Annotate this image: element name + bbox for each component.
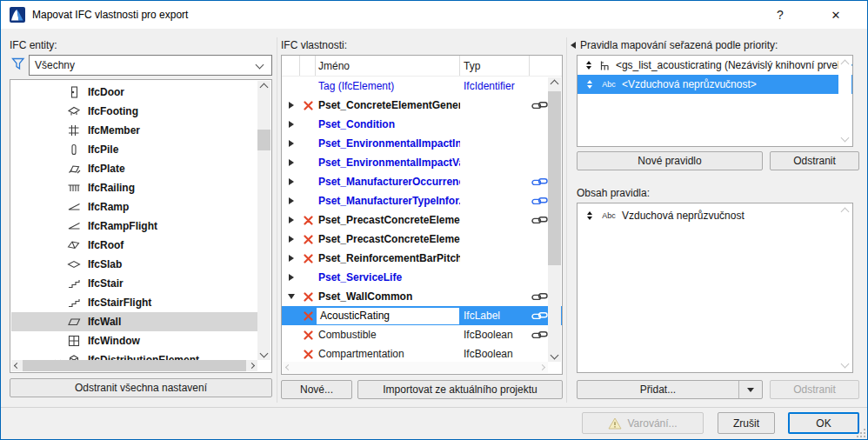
rule-content-item[interactable]: Abc Vzduchová neprůzvučnost [578,206,852,225]
title-bar: Mapovat IFC vlastnosti pro export ? ✕ [1,1,867,29]
expand-right-icon[interactable] [282,140,300,147]
tree-item[interactable]: IfcStairFlight [11,293,259,312]
table-row[interactable]: Pset_ConcreteElementGeneral [282,96,562,115]
scroll-left-icon [283,362,294,373]
table-row[interactable]: Pset_PrecastConcreteElement... [282,230,562,249]
expand-right-icon[interactable] [282,217,300,223]
expand-right-icon[interactable] [282,274,300,281]
help-button[interactable]: ? [761,1,799,29]
tree-item[interactable]: IfcPile [11,140,259,159]
tree-item[interactable]: IfcRamp [11,197,259,217]
tree-item[interactable]: IfcPlate [11,159,259,178]
rule-item[interactable]: <gs_list_acousticrating (Nezávislý kniho… [578,56,852,75]
collapse-down-icon[interactable] [282,294,300,299]
delete-x-icon [300,101,316,110]
table-row[interactable]: Pset_WallCommon [282,287,562,306]
content-scrollbar [838,204,851,371]
resize-grip[interactable] [857,429,865,437]
add-dropdown-icon[interactable] [739,388,762,392]
entity-filter-select[interactable]: Všechny [29,55,272,76]
table-row[interactable]: Pset_Condition [282,115,562,134]
reorder-icon[interactable] [584,211,596,220]
properties-table: Jméno Typ Tag (IfcElement) IfcIdentifier… [281,55,563,375]
chain-link-icon [530,330,549,340]
ifc-entity-label: IFC entity: [10,39,57,51]
chain-link-icon [530,216,549,225]
tree-item[interactable]: IfcWindow [11,331,259,350]
table-row[interactable]: Pset_ManufacturerOccurrence [282,172,562,191]
entity-tree: IfcDoor IfcFooting IfcMember IfcPile Ifc… [10,79,272,373]
scroll-down-icon[interactable] [548,349,561,362]
table-row[interactable]: Tag (IfcElement) IfcIdentifier [282,77,562,96]
rule-content-list: Abc Vzduchová neprůzvučnost [577,203,853,373]
table-row[interactable]: Pset_ServiceLife [282,268,562,287]
tree-item[interactable]: IfcRampFlight [11,217,259,236]
expand-right-icon[interactable] [282,159,300,166]
footing-icon [65,105,83,117]
expand-right-icon[interactable] [282,236,300,243]
scroll-down-icon[interactable] [257,347,270,360]
tree-hscroll-thumb[interactable] [23,360,246,371]
delete-x-icon [300,216,316,225]
scroll-right-icon [537,362,548,373]
table-row[interactable]: Pset_EnvironmentalImpactIn... [282,134,562,153]
column-header-type[interactable]: Typ [460,56,530,76]
filter-icon[interactable] [11,57,25,70]
properties-vertical-scrollbar[interactable] [548,77,561,362]
ramp-flight-icon [65,220,83,232]
tree-item[interactable]: IfcMember [11,121,259,140]
table-row-selected[interactable]: AcousticRating IfcLabel [282,306,562,325]
add-button[interactable]: Přidat... [577,380,763,399]
tree-scroll-thumb[interactable] [257,130,270,150]
expand-right-icon[interactable] [282,121,300,128]
table-row[interactable]: Pset_PrecastConcreteElement... [282,210,562,230]
tree-item[interactable]: IfcSlab [11,255,259,274]
panel-divider [277,37,277,403]
tree-horizontal-scrollbar[interactable] [11,360,257,371]
close-button[interactable]: ✕ [817,1,855,29]
stair-flight-icon [65,297,83,309]
tree-item[interactable]: IfcDoor [11,83,259,102]
scroll-up-icon[interactable] [548,77,561,90]
scroll-up-icon[interactable] [257,81,270,94]
tree-item[interactable]: IfcRoof [11,236,259,255]
ok-button[interactable]: OK [788,412,859,434]
delete-x-icon [300,311,316,321]
column-header-name[interactable]: Jméno [316,56,460,76]
table-row[interactable]: Compartmentation IfcBoolean [282,344,562,363]
tree-item-selected[interactable]: IfcWall [11,312,259,331]
clear-all-settings-button[interactable]: Odstranit všechna nastavení [10,378,272,397]
table-row[interactable]: Combustible IfcBoolean [282,325,562,344]
reorder-icon[interactable] [584,61,593,70]
expand-right-icon[interactable] [282,197,300,204]
expand-right-icon[interactable] [282,178,300,185]
expand-right-icon[interactable] [282,102,300,109]
expand-right-icon[interactable] [282,255,300,262]
delete-x-icon [300,254,316,263]
table-row[interactable]: Pset_ReinforcementBarPitch... [282,249,562,268]
cancel-button[interactable]: Zrušit [718,412,775,434]
table-row[interactable]: Pset_ManufacturerTypeInfor... [282,191,562,210]
new-rule-button[interactable]: Nové pravidlo [577,151,763,170]
scroll-left-icon[interactable] [11,360,23,371]
remove-rule-button[interactable]: Odstranit [770,151,859,170]
tree-item[interactable]: IfcStair [11,274,259,293]
tree-item[interactable]: IfcRailing [11,178,259,197]
reorder-icon[interactable] [584,80,596,89]
tree-vertical-scrollbar[interactable] [257,81,270,360]
ifc-properties-label: IFC vlastnosti: [281,39,347,51]
table-row[interactable]: Pset_EnvironmentalImpactVal... [282,153,562,172]
plate-icon [65,163,83,175]
door-icon [65,86,83,98]
properties-scroll-thumb[interactable] [548,91,561,265]
app-icon [10,7,25,23]
member-icon [65,124,83,137]
new-property-button[interactable]: Nové... [281,380,352,399]
property-name-edit-field[interactable]: AcousticRating [317,308,459,324]
scroll-right-icon[interactable] [246,360,257,371]
panel-collapse-icon[interactable] [571,42,576,49]
rule-item-selected[interactable]: Abc <Vzduchová neprůzvučnost> [578,75,852,94]
import-from-project-button[interactable]: Importovat ze aktuálního projektu [357,380,563,399]
chain-link-icon [530,101,549,110]
tree-item[interactable]: IfcFooting [11,102,259,121]
